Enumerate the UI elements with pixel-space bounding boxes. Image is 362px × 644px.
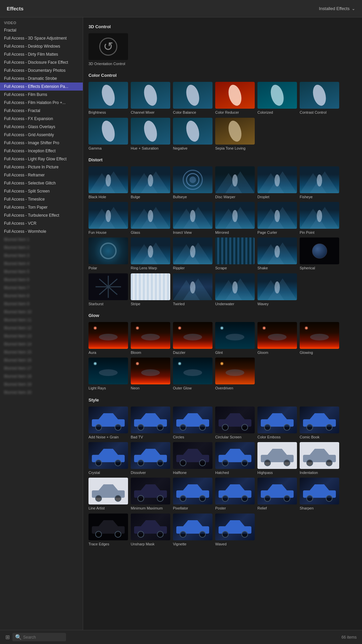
sidebar-item-disclosure[interactable]: Full Access - Disclosure Face Effect bbox=[0, 58, 83, 66]
sidebar-item-fx-expansion[interactable]: Full Access - FX Expansion bbox=[0, 115, 83, 123]
effect-item-bad-tv[interactable]: Bad TV bbox=[131, 407, 170, 439]
installed-effects-dropdown[interactable]: Installed Effects ⌄ bbox=[319, 6, 355, 11]
effect-item-color-balance[interactable]: Color Balance bbox=[173, 82, 213, 115]
effect-item-brightness[interactable]: Brightness bbox=[88, 82, 128, 115]
effect-item-light-rays[interactable]: Light Rays bbox=[88, 358, 128, 390]
sidebar-item-film-burns[interactable]: Full Access - Film Burns bbox=[0, 91, 83, 99]
sidebar-item-effects-extension[interactable]: Full Access - Effects Extension Pa... bbox=[0, 83, 83, 91]
effect-item-negative[interactable]: Negative bbox=[173, 118, 213, 151]
effect-item-overdriven[interactable]: Overdriven bbox=[215, 358, 255, 390]
effect-item-starburst[interactable]: Starburst bbox=[88, 273, 128, 306]
effect-item-twirled[interactable]: Twirled bbox=[173, 273, 213, 306]
effect-item-fun-house[interactable]: Fun House bbox=[88, 202, 128, 235]
sidebar-item-blur1[interactable]: Blurred Item 1 bbox=[0, 235, 83, 244]
sidebar-item-blur11[interactable]: Blurred Item 11 bbox=[0, 316, 83, 324]
effect-item-comic-book[interactable]: Comic Book bbox=[300, 407, 339, 439]
sidebar-item-timeslice[interactable]: Full Access - Timeslice bbox=[0, 195, 83, 203]
sidebar-item-wormhole[interactable]: Full Access - Wormhole bbox=[0, 227, 83, 235]
sidebar-item-light-ray[interactable]: Full Access - Light Ray Glow Effect bbox=[0, 155, 83, 163]
effect-item-stripe[interactable]: Stripe bbox=[131, 273, 170, 306]
search-box[interactable]: 🔍 bbox=[12, 633, 66, 641]
effect-item-gamma[interactable]: Gamma bbox=[88, 118, 128, 151]
effect-item-line-artist[interactable]: Line Artist bbox=[88, 478, 128, 511]
sidebar-item-fractal[interactable]: Fractal bbox=[0, 26, 83, 34]
effect-item-minimum-maximum[interactable]: Minimum Maximum bbox=[131, 478, 170, 511]
effect-item-hatched[interactable]: Hatched bbox=[215, 442, 255, 475]
effect-item-aura[interactable]: Aura bbox=[88, 322, 128, 355]
sidebar-item-blur15[interactable]: Blurred Item 15 bbox=[0, 348, 83, 356]
effect-item-pin-point[interactable]: Pin Point bbox=[300, 202, 339, 235]
effect-item-halftone[interactable]: Halftone bbox=[173, 442, 213, 475]
effect-item-insect-view[interactable]: Insect View bbox=[173, 202, 213, 235]
effect-item-neon[interactable]: Neon bbox=[131, 358, 170, 390]
effect-item-colorized[interactable]: Colorized bbox=[257, 82, 297, 115]
effect-item-crystal[interactable]: Crystal bbox=[88, 442, 128, 475]
sidebar-item-blur5[interactable]: Blurred Item 5 bbox=[0, 268, 83, 276]
search-input[interactable] bbox=[23, 635, 63, 640]
effect-item-vignette[interactable]: Vignette bbox=[173, 514, 213, 546]
sidebar-item-3d-space[interactable]: Full Access - 3D Space Adjustment bbox=[0, 34, 83, 42]
effect-item-contrast-control[interactable]: Contrast Control bbox=[300, 82, 339, 115]
sidebar-item-blur20[interactable]: Blurred Item 20 bbox=[0, 388, 83, 396]
sidebar-item-reframer[interactable]: Full Access - Reframer bbox=[0, 171, 83, 179]
effect-item-waved[interactable]: Waved bbox=[215, 514, 255, 546]
effect-item-bloom[interactable]: Bloom bbox=[131, 322, 170, 355]
sidebar-item-blur17[interactable]: Blurred Item 17 bbox=[0, 364, 83, 372]
sidebar-item-blur8[interactable]: Blurred Item 8 bbox=[0, 292, 83, 300]
sidebar-item-blur16[interactable]: Blurred Item 16 bbox=[0, 356, 83, 364]
sidebar-item-blur19[interactable]: Blurred Item 19 bbox=[0, 380, 83, 388]
effect-item-wavey[interactable]: Wavey bbox=[257, 273, 297, 306]
effect-item-gloom[interactable]: Gloom bbox=[257, 322, 297, 355]
sidebar-item-grid-assembly[interactable]: Full Access - Grid Assembly bbox=[0, 131, 83, 139]
effect-item-mirrored[interactable]: Mirrored bbox=[215, 202, 255, 235]
effect-item-sepia[interactable]: Sepia Tone Loving bbox=[215, 118, 255, 151]
sidebar-item-blur2[interactable]: Blurred Item 2 bbox=[0, 244, 83, 252]
sidebar-item-blur10[interactable]: Blurred Item 10 bbox=[0, 308, 83, 316]
sidebar-item-blur4[interactable]: Blurred Item 4 bbox=[0, 260, 83, 268]
effect-item-fisheye[interactable]: Fisheye bbox=[300, 166, 339, 199]
effect-item-page-curler[interactable]: Page Curler bbox=[257, 202, 297, 235]
effect-item-glint[interactable]: Glint bbox=[215, 322, 255, 355]
effect-item-unsharp-mask[interactable]: Unsharp Mask bbox=[131, 514, 170, 546]
effect-item-shake[interactable]: Shake bbox=[257, 237, 297, 270]
sidebar-item-image-shifter[interactable]: Full Access - Image Shifter Pro bbox=[0, 139, 83, 147]
effect-item-spherical[interactable]: Spherical bbox=[300, 237, 339, 270]
effect-item-indentation[interactable]: Indentation bbox=[300, 442, 339, 475]
effect-item-underwater[interactable]: Underwater bbox=[215, 273, 255, 306]
effect-item-orientation[interactable]: ↺3D Orientation Control bbox=[88, 33, 128, 66]
effect-item-circles[interactable]: Circles bbox=[173, 407, 213, 439]
sidebar-item-desktop-windows[interactable]: Full Access - Desktop Windows bbox=[0, 42, 83, 50]
sidebar-item-blur7[interactable]: Blurred Item 7 bbox=[0, 284, 83, 292]
sidebar-item-blur6[interactable]: Blurred Item 6 bbox=[0, 276, 83, 284]
effect-item-dissolver[interactable]: Dissolver bbox=[131, 442, 170, 475]
sidebar-item-blur18[interactable]: Blurred Item 18 bbox=[0, 372, 83, 380]
effect-item-hue-saturation[interactable]: Hue + Saturation bbox=[131, 118, 170, 151]
sidebar-item-film-halation[interactable]: Full Access - Film Halation Pro +... bbox=[0, 99, 83, 107]
sidebar-toggle-icon[interactable]: ⊞ bbox=[5, 634, 10, 640]
effect-item-relief[interactable]: Relief bbox=[257, 478, 297, 511]
sidebar-item-turbulence[interactable]: Full Access - Turbulence Effect bbox=[0, 211, 83, 219]
sidebar-item-blur9[interactable]: Blurred Item 9 bbox=[0, 300, 83, 308]
effect-item-dazzler[interactable]: Dazzler bbox=[173, 322, 213, 355]
sidebar-item-documentary[interactable]: Full Access - Documentary Photos bbox=[0, 66, 83, 74]
effect-item-scrape[interactable]: Scrape bbox=[215, 237, 255, 270]
sidebar-item-glass-overlays[interactable]: Full Access - Glass Overlays bbox=[0, 123, 83, 131]
effect-item-glass[interactable]: Glass bbox=[131, 202, 170, 235]
sidebar-item-dramatic-strobe[interactable]: Full Access - Dramatic Strobe bbox=[0, 74, 83, 83]
effect-item-circlular-screen[interactable]: Circlular Screen bbox=[215, 407, 255, 439]
effect-item-channel-mixer[interactable]: Channel Mixer bbox=[131, 82, 170, 115]
effect-item-rippler[interactable]: Rippler bbox=[173, 237, 213, 270]
effect-item-ring-lens-warp[interactable]: Ring Lens Warp bbox=[131, 237, 170, 270]
sidebar-item-blur3[interactable]: Blurred Item 3 bbox=[0, 252, 83, 260]
effect-item-add-noise[interactable]: Add Noise + Grain bbox=[88, 407, 128, 439]
effect-item-trace-edges[interactable]: Trace Edges bbox=[88, 514, 128, 546]
effect-item-color-reducer[interactable]: Color Reducer bbox=[215, 82, 255, 115]
sidebar-item-vcr[interactable]: Full Access - VCR bbox=[0, 219, 83, 227]
sidebar-item-blur12[interactable]: Blurred Item 12 bbox=[0, 324, 83, 332]
effect-item-glowing[interactable]: Glowing bbox=[300, 322, 339, 355]
sidebar-item-torn-paper[interactable]: Full Access - Torn Paper bbox=[0, 203, 83, 211]
sidebar-item-fractal2[interactable]: Full Access - Fractal bbox=[0, 107, 83, 115]
effect-item-droplet[interactable]: Droplet bbox=[257, 166, 297, 199]
effect-item-bulge[interactable]: Bulge bbox=[131, 166, 170, 199]
sidebar-item-blur13[interactable]: Blurred Item 13 bbox=[0, 332, 83, 340]
